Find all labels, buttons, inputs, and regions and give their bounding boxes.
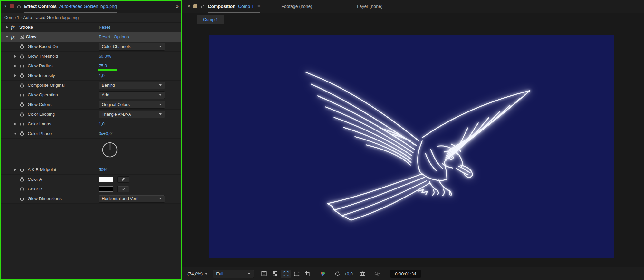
angle-dial[interactable]	[101, 141, 119, 159]
composition-panel: × Composition Comp 1 ≡ Footage (none) La…	[182, 0, 644, 280]
tab-layer[interactable]: Layer (none)	[357, 4, 382, 9]
zoom-dropdown[interactable]: (74,8%)	[187, 271, 207, 276]
after-effects-window: × Effect Controls Auto-traced Golden log…	[0, 0, 644, 280]
glow-operation-dropdown[interactable]: Add	[99, 91, 165, 99]
dropdown-value: Behind	[102, 83, 115, 88]
param-row-color-a: Color A	[0, 175, 182, 184]
crop-region-button[interactable]	[303, 270, 312, 278]
param-label: Composite Original	[28, 83, 65, 88]
stopwatch-icon[interactable]	[19, 167, 28, 172]
active-tab-underline	[24, 12, 117, 13]
transparency-grid-button[interactable]	[270, 270, 280, 278]
panel-overflow-icon[interactable]: »	[176, 3, 178, 10]
collapse-arrow-icon[interactable]	[3, 36, 11, 38]
param-value[interactable]: 1,0	[99, 73, 105, 78]
param-value[interactable]: 50%	[99, 167, 107, 172]
close-icon[interactable]: ×	[4, 4, 7, 9]
chevron-down-icon	[159, 84, 162, 86]
take-snapshot-button[interactable]	[358, 270, 368, 278]
stopwatch-icon[interactable]	[19, 131, 28, 136]
param-label: Glow Intensity	[28, 73, 55, 78]
param-value[interactable]: 1,0	[99, 121, 105, 126]
stopwatch-icon[interactable]	[19, 177, 28, 182]
tab-effect-controls[interactable]: Effect Controls Auto-traced Golden logo.…	[24, 0, 117, 13]
expand-arrow-icon[interactable]	[12, 74, 19, 77]
panel-menu-icon[interactable]: ≡	[257, 4, 260, 9]
dropdown-value: Horizontal and Verti	[102, 196, 138, 201]
stopwatch-icon[interactable]	[19, 92, 28, 98]
eyedropper-button[interactable]	[117, 176, 129, 183]
viewer-toolbar: (74,8%) Full +0,0 0:00:01:34	[182, 267, 644, 280]
chevron-down-icon	[159, 198, 162, 199]
expand-arrow-icon[interactable]	[12, 65, 19, 67]
stopwatch-icon[interactable]	[19, 63, 28, 69]
collapse-arrow-icon[interactable]	[12, 133, 19, 135]
param-row-color-loops: Color Loops 1,0	[0, 119, 182, 129]
stopwatch-icon[interactable]	[19, 54, 28, 59]
effect-row-stroke[interactable]: fx Stroke Reset	[0, 23, 182, 32]
param-label: Color Looping	[28, 112, 55, 117]
comp-document-tab[interactable]: Comp 1	[197, 15, 224, 24]
effect-name[interactable]: Glow	[26, 34, 36, 39]
exposure-value[interactable]: +0,0	[344, 271, 353, 276]
stopwatch-icon[interactable]	[19, 121, 28, 127]
mask-visibility-button[interactable]	[292, 270, 302, 278]
comp-canvas[interactable]	[209, 35, 614, 258]
stopwatch-icon[interactable]	[19, 112, 28, 117]
fx-icon[interactable]: fx	[11, 24, 19, 30]
grid-options-button[interactable]	[259, 270, 269, 278]
effect-controls-tab-bar: × Effect Controls Auto-traced Golden log…	[0, 0, 182, 13]
region-of-interest-button[interactable]	[281, 270, 291, 278]
glow-colors-dropdown[interactable]: Original Colors	[99, 101, 165, 109]
param-value[interactable]: 0x+0,0°	[99, 131, 113, 136]
expand-arrow-icon[interactable]	[12, 55, 19, 58]
glow-dimensions-dropdown[interactable]: Horizontal and Verti	[99, 195, 165, 203]
param-value[interactable]: 60,0%	[99, 54, 111, 59]
resolution-dropdown[interactable]: Full	[213, 270, 254, 278]
color-looping-dropdown[interactable]: Triangle A>B>A	[99, 111, 165, 118]
close-icon[interactable]: ×	[187, 4, 190, 9]
expand-arrow-icon[interactable]	[12, 123, 19, 125]
fx-icon[interactable]: fx	[11, 34, 19, 40]
param-label: Glow Operation	[28, 92, 58, 97]
glow-reset-link[interactable]: Reset	[99, 34, 110, 39]
expand-arrow-icon[interactable]	[3, 26, 11, 29]
param-row-glow-based-on: Glow Based On Color Channels	[0, 42, 182, 52]
tab-footage[interactable]: Footage (none)	[281, 4, 312, 9]
show-snapshot-button[interactable]	[373, 270, 382, 278]
param-label: Glow Colors	[28, 102, 52, 107]
stopwatch-icon[interactable]	[19, 187, 28, 192]
stopwatch-icon[interactable]	[19, 102, 28, 107]
checkerboard-icon	[272, 271, 278, 277]
lock-icon[interactable]	[17, 4, 21, 9]
timecode-display[interactable]: 0:00:01:34	[390, 270, 421, 278]
eagle-artwork	[209, 35, 614, 258]
grid-icon	[261, 271, 267, 277]
glow-options-link[interactable]: Options...	[114, 34, 132, 39]
tab-composition[interactable]: Composition Comp 1 ≡	[208, 0, 260, 13]
stopwatch-icon[interactable]	[19, 44, 28, 49]
reset-exposure-button[interactable]	[332, 270, 342, 278]
color-b-swatch[interactable]	[99, 186, 113, 192]
glow-based-on-dropdown[interactable]: Color Channels	[99, 43, 165, 51]
param-row-glow-intensity: Glow Intensity 1,0	[0, 71, 182, 81]
effect-name[interactable]: Stroke	[19, 25, 33, 30]
stroke-reset-link[interactable]: Reset	[99, 25, 110, 30]
color-a-swatch[interactable]	[99, 177, 113, 182]
stopwatch-icon[interactable]	[19, 83, 28, 88]
stopwatch-icon[interactable]	[19, 196, 28, 201]
glow-radius-value[interactable]: 75,0	[99, 63, 107, 68]
show-channels-button[interactable]	[318, 270, 327, 278]
chevron-down-icon	[159, 104, 162, 105]
composite-original-dropdown[interactable]: Behind	[99, 82, 165, 89]
eyedropper-icon	[121, 187, 125, 191]
stopwatch-icon[interactable]	[19, 73, 28, 78]
composition-viewport[interactable]	[182, 24, 644, 267]
chevron-down-icon	[159, 46, 162, 47]
param-row-color-b: Color B	[0, 184, 182, 194]
lock-icon[interactable]	[200, 4, 205, 9]
eyedropper-button[interactable]	[117, 186, 129, 192]
effect-row-glow[interactable]: fx Glow Reset Options...	[0, 32, 182, 42]
expand-arrow-icon[interactable]	[12, 169, 19, 171]
chevron-down-icon	[205, 273, 207, 275]
